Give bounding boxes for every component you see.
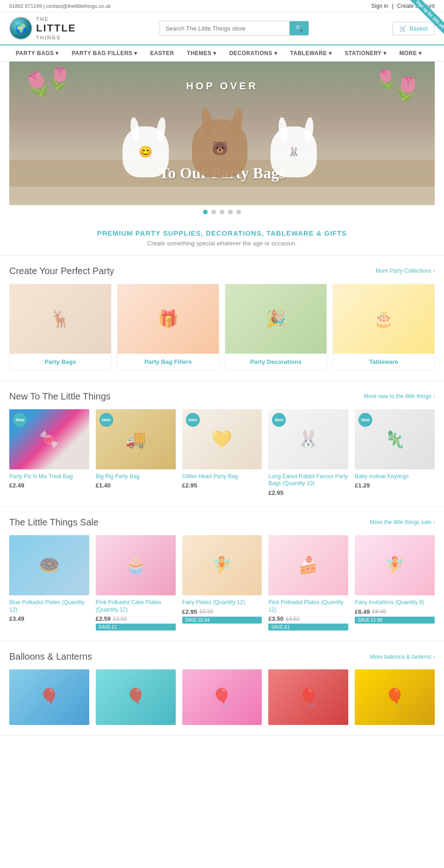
sale-thumb-1: 🧁 (96, 535, 176, 595)
email-link[interactable]: contact@thelittlethings.co.uk (46, 3, 111, 9)
balloon-item-1[interactable]: 🎈 (96, 669, 176, 725)
nav-item-tableware[interactable]: TABLEWARE ▾ (284, 45, 338, 61)
sale-item-2[interactable]: 🧚 Fairy Plates (Quantity 12) £2.95 £3.59… (182, 535, 262, 631)
sale-name-1: Pink Polkadot Cake Plates (Quantity 12) (96, 599, 176, 613)
new-products-section: New To The Little Things More new to the… (0, 381, 444, 507)
balloon-thumb-3: 🎈 (268, 669, 348, 725)
nav-item-party-bag-fillers[interactable]: PARTY BAG FILLERS ▾ (65, 45, 144, 61)
new-more-link[interactable]: More new to the little things › (364, 393, 435, 400)
section-header-sale: The Little Things Sale More the little t… (9, 517, 435, 528)
section-header-balloons: Balloons & Lanterns More balloons & lant… (9, 651, 435, 662)
header: 🌍 THE LITTLE THINGS 🔍 🛒 Basket (0, 12, 444, 44)
new-product-name-3: Long Eared Rabbit Favour Party Bags (Qua… (268, 473, 348, 487)
hero-dot-1[interactable] (211, 210, 216, 214)
sale-price-row-0: £3.49 (9, 615, 89, 622)
sale-more-link[interactable]: More the little things sale › (370, 519, 435, 525)
sale-item-0[interactable]: 🍩 Blue Polkadot Plates (Quantity 12) £3.… (9, 535, 89, 631)
logo[interactable]: 🌍 THE LITTLE THINGS (9, 16, 76, 41)
nav-item-more[interactable]: MORE ▾ (393, 45, 428, 61)
sale-thumb-2: 🧚 (182, 535, 262, 595)
logo-icon: 🌍 (9, 17, 32, 40)
sale-item-4[interactable]: 🧚 Fairy Invitations (Quantity 8) £6.49 £… (355, 535, 435, 631)
sale-item-3[interactable]: 🍰 Pink Polkadot Plates (Quantity 12) £3.… (268, 535, 348, 631)
sale-section-title: The Little Things Sale (9, 517, 99, 528)
hero-dot-3[interactable] (228, 210, 233, 214)
sale-new-price-0: £3.49 (9, 615, 25, 622)
new-product-thumb-4: New 🦎 (355, 409, 435, 469)
sale-products-grid: 🍩 Blue Polkadot Plates (Quantity 12) £3.… (9, 535, 435, 631)
hero-dot-2[interactable] (220, 210, 224, 214)
new-product-item-4[interactable]: New 🦎 Baby Animal Keyrings £1.29 (355, 409, 435, 496)
new-product-item-0[interactable]: New 🍬 Party Pic N Mix Treat Bag £2.49 (9, 409, 89, 496)
contact-info: 01892 871149 | contact@thelittlethings.c… (9, 3, 111, 9)
hero-top-text: HOP OVER (9, 80, 435, 92)
sale-new-price-2: £2.95 (182, 608, 197, 615)
tagline-subheading: Create something special whatever the ag… (9, 240, 435, 247)
sale-new-price-3: £3.50 (268, 615, 284, 622)
nav-item-easter[interactable]: EASTER (144, 45, 181, 61)
new-product-name-0: Party Pic N Mix Treat Bag (9, 473, 89, 481)
collection-item-2[interactable]: 🎉 Party Decorations (225, 284, 327, 370)
sale-old-price-4: £8.45 (372, 608, 386, 615)
sale-new-price-4: £6.49 (355, 608, 370, 615)
save-badge-2: SAVE £0.64 (182, 617, 262, 624)
balloon-thumb-4: 🎈 (355, 669, 435, 725)
sale-thumb-0: 🍩 (9, 535, 89, 595)
balloon-item-4[interactable]: 🎈 (355, 669, 435, 725)
collection-label-3: Tableware (333, 354, 434, 370)
sign-in-link[interactable]: Sign in (371, 3, 388, 9)
balloon-item-2[interactable]: 🎈 (182, 669, 262, 725)
new-product-item-1[interactable]: New 🚚 Big Rig Party Bag £1.40 (96, 409, 176, 496)
balloons-grid: 🎈 🎈 🎈 🎈 🎈 (9, 669, 435, 725)
collection-item-0[interactable]: 🦌 Party Bags (9, 284, 111, 370)
balloon-thumb-1: 🎈 (96, 669, 176, 725)
hero-dots (9, 205, 435, 219)
sale-thumb-3: 🍰 (268, 535, 348, 595)
balloons-section-title: Balloons & Lanterns (9, 651, 92, 662)
promo-ribbon: Sign up for 10% off (407, 0, 444, 37)
collection-item-1[interactable]: 🎁 Party Bag Fillers (117, 284, 219, 370)
new-product-item-3[interactable]: New 🐰 Long Eared Rabbit Favour Party Bag… (268, 409, 348, 496)
balloon-thumb-2: 🎈 (182, 669, 262, 725)
new-product-price-4: £1.29 (355, 482, 435, 489)
section-header-party: Create Your Perfect Party More Party Col… (9, 266, 435, 276)
sale-name-4: Fairy Invitations (Quantity 8) (355, 599, 435, 606)
new-badge-0: New (13, 413, 27, 427)
sale-old-price-1: £3.59 (113, 616, 127, 622)
new-product-thumb-2: New 💛 (182, 409, 262, 469)
phone-number: 01892 871149 (9, 3, 42, 9)
sale-price-row-2: £2.95 £3.59 (182, 608, 262, 615)
new-badge-3: New (272, 413, 286, 427)
new-product-item-2[interactable]: New 💛 Glitter Heart Party Bag £2.95 (182, 409, 262, 496)
search-input[interactable] (160, 22, 290, 35)
balloon-item-0[interactable]: 🎈 (9, 669, 89, 725)
search-button[interactable]: 🔍 (290, 21, 308, 35)
collections-grid: 🦌 Party Bags 🎁 Party Bag Fillers 🎉 Party… (9, 284, 435, 370)
nav-item-themes[interactable]: THEMES ▾ (180, 45, 222, 61)
nav-item-party-bags[interactable]: PARTY BAGS ▾ (9, 45, 65, 61)
hero-dot-4[interactable] (236, 210, 241, 214)
collection-thumb-2: 🎉 (225, 284, 327, 354)
new-section-title: New To The Little Things (9, 391, 111, 402)
sale-name-2: Fairy Plates (Quantity 12) (182, 599, 262, 606)
balloon-item-3[interactable]: 🎈 (268, 669, 348, 725)
tagline-heading: PREMIUM PARTY SUPPLIES, DECORATIONS, TAB… (9, 229, 435, 237)
collection-item-3[interactable]: 🎂 Tableware (333, 284, 435, 370)
sale-item-1[interactable]: 🧁 Pink Polkadot Cake Plates (Quantity 12… (96, 535, 176, 631)
new-product-price-1: £1.40 (96, 482, 176, 489)
collection-thumb-1: 🎁 (117, 284, 219, 354)
nav-item-stationery[interactable]: STATIONERY ▾ (338, 45, 393, 61)
hero-banner: 🌷 🌷 🌷 🌷 HOP OVER 😊 🐻 (9, 62, 435, 219)
balloon-thumb-0: 🎈 (9, 669, 89, 725)
hero-dot-0[interactable] (203, 210, 208, 214)
sale-old-price-3: £4.50 (286, 616, 300, 622)
sale-price-row-4: £6.49 £8.45 (355, 608, 435, 615)
collection-label-0: Party Bags (10, 354, 111, 370)
new-product-name-4: Baby Animal Keyrings (355, 473, 435, 481)
nav-item-decorations[interactable]: DECORATIONS ▾ (223, 45, 284, 61)
balloons-section: Balloons & Lanterns More balloons & lant… (0, 641, 444, 736)
new-products-grid: New 🍬 Party Pic N Mix Treat Bag £2.49 Ne… (9, 409, 435, 496)
balloons-more-link[interactable]: More balloons & lanterns › (370, 654, 435, 660)
section-header-new: New To The Little Things More new to the… (9, 391, 435, 402)
party-more-link[interactable]: More Party Collections › (376, 268, 435, 274)
